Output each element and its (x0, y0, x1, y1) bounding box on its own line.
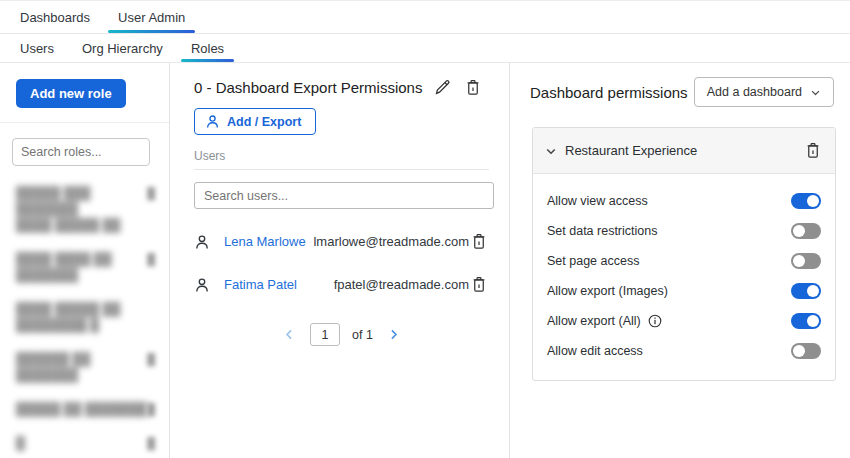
user-admin-app: Dashboards User Admin Users Org Hierarch… (0, 0, 850, 458)
allow-view-access-toggle[interactable] (791, 193, 821, 209)
page-count-label: of 1 (352, 328, 373, 342)
search-roles-container (12, 138, 153, 166)
search-roles-input[interactable] (12, 138, 150, 166)
prev-page-button[interactable] (281, 326, 298, 343)
collapse-chevron-icon[interactable] (545, 145, 557, 157)
trash-icon (465, 79, 481, 96)
chevron-right-icon (387, 328, 400, 341)
permission-row: Allow edit access (545, 336, 823, 366)
top-navigation: Dashboards User Admin (0, 1, 850, 34)
role-item-label: ████ █████ ██ ████████ █ (16, 301, 155, 333)
delete-role-button[interactable] (463, 77, 483, 98)
permission-label: Set data restrictions (547, 224, 657, 238)
role-item-count: █ (147, 401, 155, 417)
permission-label: Allow view access (547, 194, 648, 208)
tab-user-admin-label: User Admin (118, 10, 185, 25)
tab-users[interactable]: Users (6, 34, 68, 62)
tab-roles-label: Roles (191, 41, 224, 56)
add-export-label: Add / Export (227, 115, 301, 129)
allow-export-images-toggle[interactable] (791, 283, 821, 299)
person-icon (194, 234, 210, 250)
add-dashboard-label: Add a dashboard (707, 85, 802, 99)
tab-roles[interactable]: Roles (177, 34, 238, 62)
permission-row: Allow export (Images) (545, 276, 823, 306)
user-name-link[interactable]: Lena Marlowe (224, 234, 313, 249)
users-divider (194, 169, 489, 170)
add-dashboard-dropdown[interactable]: Add a dashboard (694, 77, 834, 107)
role-item-label: █████ ██ ███████ (16, 401, 147, 417)
next-page-button[interactable] (385, 326, 402, 343)
add-export-button[interactable]: Add / Export (194, 108, 316, 135)
edit-role-button[interactable] (432, 77, 453, 98)
chevron-left-icon (283, 328, 296, 341)
user-email: lmarlowe@treadmade.com (313, 234, 469, 249)
role-list-item[interactable]: ██████ ██ ███████ █ (0, 342, 169, 392)
info-icon[interactable] (648, 314, 662, 328)
tab-dashboards-label: Dashboards (20, 10, 90, 25)
roles-sidebar: Add new role █████ ███ ███████ ████ ████… (0, 63, 170, 458)
person-icon (194, 277, 210, 293)
users-section-label: Users (194, 149, 489, 163)
role-list-item[interactable]: █████ ██ ███████ █ (0, 392, 169, 426)
permission-label: Allow edit access (547, 344, 643, 358)
pagination: of 1 (194, 323, 489, 346)
permission-label: Allow export (All) (547, 314, 641, 328)
role-item-label: █████ ███ ███████ ████ █████ ██ (16, 185, 147, 233)
user-row: Lena Marlowe lmarlowe@treadmade.com (194, 231, 489, 252)
permission-row: Allow export (All) (545, 306, 823, 336)
roles-list: █████ ███ ███████ ████ █████ ██ █ ████ █… (0, 176, 169, 458)
dashboard-permission-card: Restaurant Experience Allow view access (532, 127, 836, 381)
delete-user-button[interactable] (469, 274, 489, 295)
permission-row: Allow view access (545, 186, 823, 216)
role-item-count: █ (147, 185, 155, 201)
permissions-title: Dashboard permissions (530, 84, 688, 101)
person-icon (205, 114, 220, 129)
role-item-count: █ (147, 251, 155, 267)
role-list-item[interactable]: ████ ████ ██ ███████ █ (0, 242, 169, 292)
role-item-count: █ (147, 435, 155, 451)
trash-icon (471, 276, 487, 293)
role-item-label: ██████ ██ ███████ (16, 351, 147, 383)
permission-row: Set page access (545, 246, 823, 276)
role-item-label: ████ ████ ██ ███████ (16, 251, 147, 283)
user-email: fpatel@treadmade.com (334, 277, 469, 292)
sub-navigation: Users Org Hierarchy Roles (0, 34, 850, 63)
dashboard-permissions-panel: Dashboard permissions Add a dashboard (510, 63, 850, 458)
delete-dashboard-button[interactable] (803, 140, 823, 161)
search-users-container (194, 182, 489, 209)
set-page-access-toggle[interactable] (791, 253, 821, 269)
search-users-input[interactable] (194, 182, 494, 209)
pencil-icon (434, 79, 451, 96)
page-number-input[interactable] (310, 323, 340, 346)
permission-rows: Allow view access Set data restrictions … (533, 174, 835, 380)
permission-label: Allow export (Images) (547, 284, 668, 298)
dashboard-name: Restaurant Experience (565, 143, 803, 158)
role-item-count: █ (147, 351, 155, 367)
set-data-restrictions-toggle[interactable] (791, 223, 821, 239)
role-list-item[interactable]: █████ ███ ███████ ████ █████ ██ █ (0, 176, 169, 242)
tab-org-hierarchy[interactable]: Org Hierarchy (68, 34, 177, 62)
role-list-item[interactable]: █ █ (0, 426, 169, 458)
permission-row: Set data restrictions (545, 216, 823, 246)
allow-export-all-toggle[interactable] (791, 313, 821, 329)
add-new-role-button[interactable]: Add new role (16, 79, 126, 108)
permission-label: Set page access (547, 254, 639, 268)
chevron-down-icon (810, 87, 821, 98)
role-detail-panel: 0 - Dashboard Export Permissions (170, 63, 510, 458)
trash-icon (805, 142, 821, 159)
tab-org-hierarchy-label: Org Hierarchy (82, 41, 163, 56)
allow-edit-access-toggle[interactable] (791, 343, 821, 359)
role-item-label: █ (16, 435, 25, 451)
tab-users-label: Users (20, 41, 54, 56)
user-row: Fatima Patel fpatel@treadmade.com (194, 274, 489, 295)
role-title: 0 - Dashboard Export Permissions (194, 79, 422, 96)
tab-dashboards[interactable]: Dashboards (6, 1, 104, 33)
sidebar-divider (0, 122, 169, 123)
tab-user-admin[interactable]: User Admin (104, 1, 199, 33)
user-name-link[interactable]: Fatima Patel (224, 277, 334, 292)
role-list-item[interactable]: ████ █████ ██ ████████ █ (0, 292, 169, 342)
delete-user-button[interactable] (469, 231, 489, 252)
trash-icon (471, 233, 487, 250)
dashboard-card-header: Restaurant Experience (533, 128, 835, 174)
